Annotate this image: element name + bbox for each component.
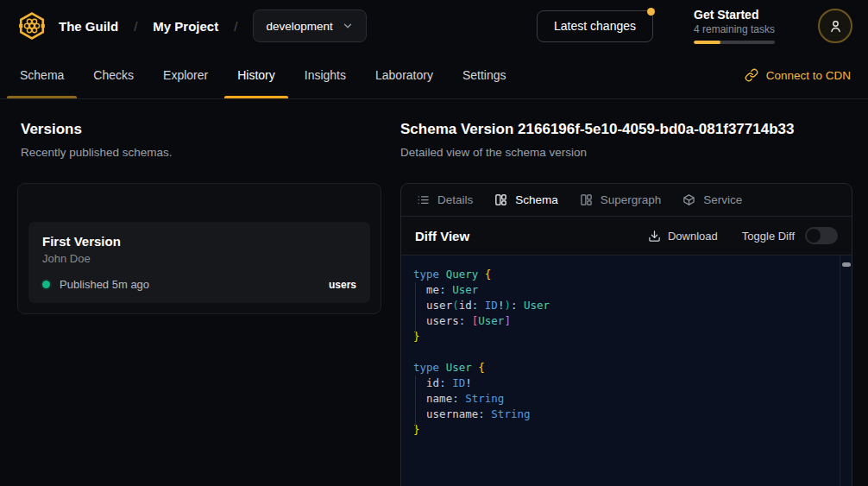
get-started-progress-fill (694, 41, 720, 44)
code-line: id: ID! (413, 376, 834, 391)
code-line: } (413, 422, 834, 438)
person-icon (827, 18, 844, 35)
latest-changes-button[interactable]: Latest changes (537, 10, 653, 42)
chevron-down-icon (342, 20, 354, 32)
version-detail-tabs: Details Schema Supergraph (401, 184, 852, 217)
breadcrumb-org[interactable]: The Guild (59, 19, 118, 34)
nav-tab-laboratory[interactable]: Laboratory (362, 52, 446, 98)
breadcrumb-project[interactable]: My Project (153, 19, 218, 34)
version-detail-panel: Details Schema Supergraph (400, 183, 852, 486)
tab-schema[interactable]: Schema (494, 193, 558, 206)
list-icon (417, 193, 430, 206)
indent-guide (415, 282, 416, 337)
version-list-item[interactable]: First Version John Doe Published 5m ago … (28, 222, 370, 303)
version-service-badge: users (329, 279, 356, 291)
get-started-progress-bar (694, 41, 775, 44)
version-title: First Version (42, 234, 356, 249)
connect-to-cdn-button[interactable]: Connect to CDN (745, 52, 851, 98)
get-started-title: Get Started (694, 8, 775, 22)
target-selector-value: development (266, 20, 332, 33)
tab-service[interactable]: Service (682, 193, 742, 206)
download-button[interactable]: Download (648, 230, 718, 243)
version-detail-title: Schema Version 2166196f-5e10-4059-bd0a-0… (400, 120, 852, 139)
version-status-row: Published 5m ago users (42, 278, 356, 291)
published-dot-icon (42, 281, 50, 288)
version-detail-section: Schema Version 2166196f-5e10-4059-bd0a-0… (400, 120, 852, 486)
code-line (413, 344, 834, 360)
download-label: Download (668, 230, 718, 243)
latest-changes-label: Latest changes (554, 19, 636, 33)
notification-dot-icon (647, 8, 655, 16)
version-detail-subtitle: Detailed view of the schema version (400, 145, 852, 161)
versions-title: Versions (21, 120, 381, 139)
versions-card: First Version John Doe Published 5m ago … (17, 183, 381, 314)
code-line: } (413, 329, 834, 344)
vertical-scrollbar[interactable] (840, 256, 852, 486)
breadcrumb-separator: / (134, 19, 137, 34)
breadcrumb: The Guild / My Project / development (59, 9, 367, 42)
versions-section: Versions Recently published schemas. Fir… (17, 120, 381, 486)
code-line: users: [User] (413, 313, 834, 329)
diff-view-title: Diff View (415, 229, 469, 243)
toggle-diff-label: Toggle Diff (742, 230, 795, 243)
nav-tab-checks[interactable]: Checks (80, 52, 147, 98)
version-author: John Doe (42, 252, 356, 265)
code-line: type User { (413, 360, 834, 376)
tab-service-label: Service (703, 193, 742, 206)
toggle-diff-switch[interactable] (805, 227, 838, 244)
tab-schema-label: Schema (515, 193, 558, 206)
code-line: username: String (413, 407, 834, 422)
version-status-text: Published 5m ago (60, 278, 149, 291)
scrollbar-thumb[interactable] (842, 262, 851, 267)
get-started-widget[interactable]: Get Started 4 remaining tasks (694, 8, 775, 44)
diff-view-controls: Download Toggle Diff (648, 227, 838, 244)
tab-details[interactable]: Details (417, 193, 473, 206)
code-line: name: String (413, 391, 834, 407)
schema-code: type Query { me: User user(id: ID!): Use… (401, 256, 852, 449)
indent-guide (415, 376, 416, 430)
tab-supergraph[interactable]: Supergraph (580, 193, 662, 206)
diff-view-header: Diff View Download Toggle Diff (401, 217, 852, 256)
user-avatar-button[interactable] (818, 9, 852, 43)
layout-columns-icon (580, 193, 593, 206)
target-nav-tabs: Schema Checks Explorer History Insights … (0, 52, 868, 99)
tab-supergraph-label: Supergraph (601, 193, 662, 206)
schema-code-viewer: type Query { me: User user(id: ID!): Use… (401, 256, 852, 486)
nav-tab-insights[interactable]: Insights (292, 52, 359, 98)
hive-logo-icon[interactable] (17, 11, 47, 41)
breadcrumb-separator: / (234, 19, 237, 34)
app-header: The Guild / My Project / development Lat… (0, 0, 868, 52)
nav-tab-history[interactable]: History (224, 52, 288, 98)
cube-icon (682, 193, 695, 206)
code-line: me: User (413, 282, 834, 298)
link-icon (745, 68, 758, 82)
nav-tab-schema[interactable]: Schema (7, 52, 77, 98)
main-content: Versions Recently published schemas. Fir… (0, 99, 868, 486)
nav-tab-explorer[interactable]: Explorer (150, 52, 221, 98)
layout-columns-icon (494, 193, 507, 206)
header-right-group: Latest changes Get Started 4 remaining t… (537, 8, 852, 44)
download-icon (648, 230, 661, 243)
get-started-subtitle: 4 remaining tasks (694, 23, 775, 35)
connect-to-cdn-label: Connect to CDN (766, 69, 851, 82)
target-selector-dropdown[interactable]: development (253, 9, 366, 42)
tab-details-label: Details (437, 193, 473, 206)
versions-subtitle: Recently published schemas. (21, 145, 381, 161)
code-line: type Query { (413, 267, 834, 282)
nav-tab-settings[interactable]: Settings (450, 52, 519, 98)
code-line: user(id: ID!): User (413, 298, 834, 313)
switch-knob (807, 229, 821, 243)
